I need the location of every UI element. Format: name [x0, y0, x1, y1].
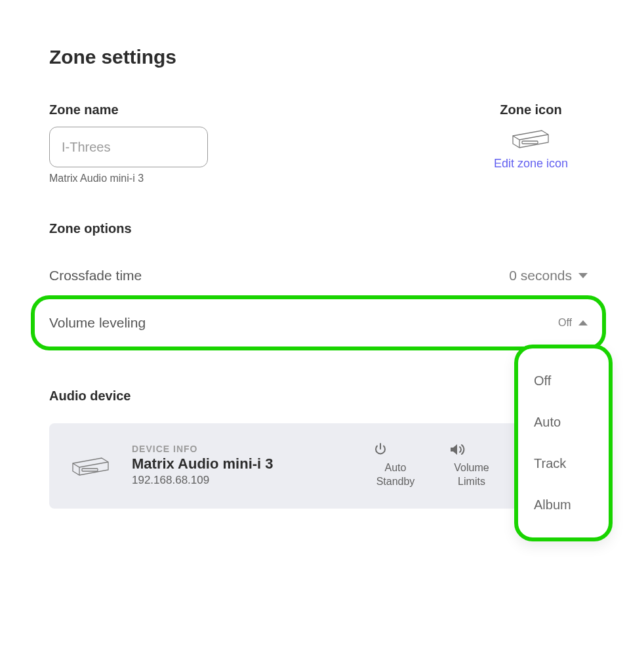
- device-info: DEVICE INFO Matrix Audio mini-i 3 192.16…: [132, 444, 353, 487]
- crossfade-row[interactable]: Crossfade time 0 seconds: [49, 256, 588, 295]
- auto-standby-button[interactable]: Auto Standby: [373, 442, 418, 489]
- device-info-label: DEVICE INFO: [132, 444, 353, 454]
- zone-top-row: Zone name Matrix Audio mini-i 3 Zone ico…: [49, 102, 588, 184]
- volume-icon: [449, 442, 495, 457]
- device-info-name: Matrix Audio mini-i 3: [132, 455, 353, 472]
- zone-icon-block: Zone icon Edit zone icon: [494, 102, 568, 171]
- chevron-up-icon: [578, 320, 588, 326]
- volume-limits-button[interactable]: Volume Limits: [449, 442, 495, 489]
- auto-standby-label: Auto Standby: [376, 462, 415, 487]
- volume-limits-label: Volume Limits: [454, 462, 489, 487]
- audio-device-icon: [69, 453, 112, 478]
- zone-options-section: Zone options Crossfade time 0 seconds Vo…: [49, 221, 588, 350]
- svg-rect-0: [522, 141, 538, 144]
- page-title: Zone settings: [49, 46, 588, 68]
- zone-name-block: Zone name Matrix Audio mini-i 3: [49, 102, 208, 184]
- power-icon: [373, 442, 418, 457]
- volume-leveling-label: Volume leveling: [49, 315, 146, 331]
- zone-device-icon: [494, 127, 568, 149]
- crossfade-value[interactable]: 0 seconds: [509, 268, 588, 284]
- volume-leveling-option-auto[interactable]: Auto: [525, 402, 602, 443]
- volume-leveling-option-album[interactable]: Album: [525, 484, 602, 526]
- volume-leveling-value-text: Off: [558, 317, 572, 329]
- audio-device-section: Audio device DEVICE INFO Matrix Audio mi…: [49, 388, 588, 509]
- device-info-ip: 192.168.68.109: [132, 474, 353, 487]
- crossfade-value-text: 0 seconds: [509, 268, 572, 284]
- zone-icon-label: Zone icon: [494, 102, 568, 117]
- volume-leveling-row[interactable]: Volume leveling Off: [31, 295, 606, 350]
- volume-leveling-option-track[interactable]: Track: [525, 443, 602, 484]
- volume-leveling-option-off[interactable]: Off: [525, 360, 602, 402]
- audio-device-card: DEVICE INFO Matrix Audio mini-i 3 192.16…: [49, 423, 588, 509]
- zone-options-heading: Zone options: [49, 221, 588, 236]
- edit-zone-icon-link[interactable]: Edit zone icon: [494, 157, 568, 171]
- zone-name-helper: Matrix Audio mini-i 3: [49, 173, 208, 184]
- volume-leveling-dropdown: Off Auto Track Album: [514, 345, 613, 541]
- zone-name-input[interactable]: [49, 127, 208, 167]
- chevron-down-icon: [578, 273, 588, 278]
- crossfade-label: Crossfade time: [49, 268, 142, 284]
- zone-name-label: Zone name: [49, 102, 208, 117]
- volume-leveling-value[interactable]: Off: [558, 317, 588, 329]
- svg-rect-1: [82, 469, 98, 471]
- audio-device-heading: Audio device: [49, 388, 588, 404]
